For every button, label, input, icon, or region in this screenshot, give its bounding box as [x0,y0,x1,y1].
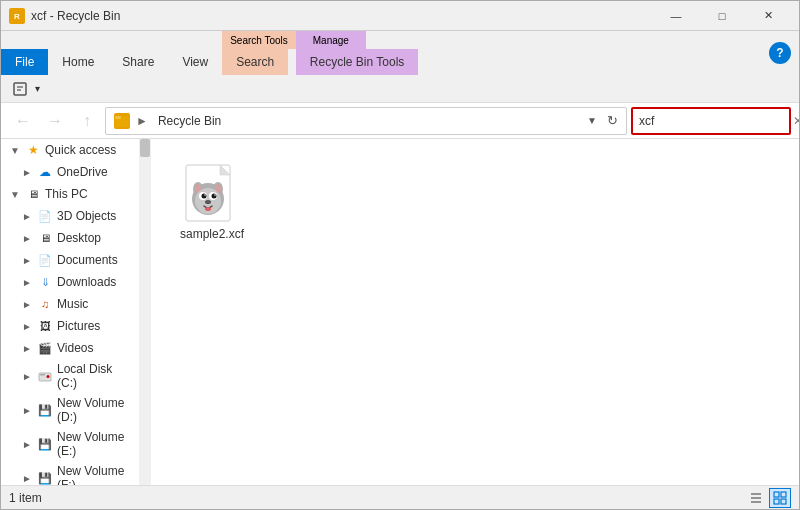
sidebar-label-pictures: Pictures [57,319,100,333]
expand-icon: ► [21,343,33,354]
context-label-row-manage: Manage [296,31,419,49]
tab-recycle-bin-tools[interactable]: Recycle Bin Tools [296,49,419,75]
svg-rect-2 [14,83,26,95]
close-button[interactable]: ✕ [745,1,791,31]
sidebar-scrollbar[interactable] [139,139,151,485]
svg-point-21 [212,194,217,199]
desktop-folder-icon: 🖥 [37,230,53,246]
expand-icon: ▼ [9,189,21,200]
ribbon-tabs-row: File Home Share View Search Tools Search… [1,31,799,75]
expand-icon: ► [21,167,33,178]
sidebar-item-volume-f[interactable]: ► 💾 New Volume (F:) [1,461,139,485]
svg-rect-30 [781,492,786,497]
forward-button[interactable]: → [41,107,69,135]
status-bar: 1 item [1,485,799,509]
sidebar-item-videos[interactable]: ► 🎬 Videos [1,337,139,359]
quick-access-toolbar: ▾ [1,75,799,103]
disk-f-icon: 💾 [37,470,53,485]
tab-home[interactable]: Home [48,49,108,75]
cloud-icon: ☁ [37,164,53,180]
title-bar: R xcf - Recycle Bin — □ ✕ [1,1,799,31]
sidebar-label-downloads: Downloads [57,275,116,289]
back-button[interactable]: ← [9,107,37,135]
documents-icon: 📄 [37,252,53,268]
disk-d-icon: 💾 [37,402,53,418]
sidebar-label-quick-access: Quick access [45,143,116,157]
app-icon: R [9,8,25,24]
qa-properties-button[interactable] [9,78,31,100]
downloads-icon: ⇓ [37,274,53,290]
sidebar-label-documents: Documents [57,253,118,267]
maximize-button[interactable]: □ [699,1,745,31]
details-view-button[interactable] [745,488,767,508]
star-icon: ★ [25,142,41,158]
address-bar[interactable]: ► Recycle Bin ▼ ↻ [105,107,627,135]
svg-rect-29 [774,492,779,497]
pictures-icon: 🖼 [37,318,53,334]
main-area: ▼ ★ Quick access ► ☁ OneDrive ▼ 🖥 This P… [1,139,799,485]
search-box[interactable]: ✕ [631,107,791,135]
svg-point-20 [202,194,207,199]
address-dropdown-arrow[interactable]: ▼ [587,115,597,126]
svg-point-24 [205,200,211,204]
scrollbar-thumb[interactable] [140,139,150,157]
view-buttons [745,488,791,508]
sidebar-item-volume-e[interactable]: ► 💾 New Volume (E:) [1,427,139,461]
tab-file[interactable]: File [1,49,48,75]
minimize-button[interactable]: — [653,1,699,31]
file-icon [182,163,242,223]
search-clear-icon[interactable]: ✕ [793,114,800,128]
file-area: sample2.xcf [151,139,799,485]
sidebar-item-downloads[interactable]: ► ⇓ Downloads [1,271,139,293]
refresh-icon[interactable]: ↻ [607,113,618,128]
sidebar-label-desktop: Desktop [57,231,101,245]
expand-icon: ► [21,371,33,382]
title-bar-left: R xcf - Recycle Bin [9,8,120,24]
expand-icon: ► [21,211,33,222]
navigation-bar: ← → ↑ ► Recycle Bin ▼ ↻ ✕ [1,103,799,139]
sidebar-label-this-pc: This PC [45,187,88,201]
sidebar-label-local-disk-c: Local Disk (C:) [57,362,135,390]
context-group-search: Search Tools Search [222,31,296,75]
sidebar-item-this-pc[interactable]: ▼ 🖥 This PC [1,183,139,205]
context-tabs-search: Search [222,49,296,75]
sidebar-item-desktop[interactable]: ► 🖥 Desktop [1,227,139,249]
context-group-manage: Manage Recycle Bin Tools [296,31,419,75]
sidebar-item-documents[interactable]: ► 📄 Documents [1,249,139,271]
music-icon: ♫ [37,296,53,312]
up-button[interactable]: ↑ [73,107,101,135]
list-item[interactable]: sample2.xcf [167,155,257,249]
sidebar-label-music: Music [57,297,88,311]
svg-point-22 [204,194,206,196]
context-label-manage: Manage [296,31,366,49]
sidebar-item-3d-objects[interactable]: ► 📄 3D Objects [1,205,139,227]
help-button[interactable]: ? [769,42,791,64]
svg-rect-32 [781,499,786,504]
large-icons-view-button[interactable] [769,488,791,508]
address-separator: ► [136,114,148,128]
sidebar-label-3d-objects: 3D Objects [57,209,116,223]
search-input[interactable] [639,114,789,128]
sidebar-item-pictures[interactable]: ► 🖼 Pictures [1,315,139,337]
sidebar-label-volume-f: New Volume (F:) [57,464,135,485]
tab-view[interactable]: View [168,49,222,75]
svg-point-25 [205,207,211,211]
sidebar-label-videos: Videos [57,341,93,355]
videos-icon: 🎬 [37,340,53,356]
address-folder-icon [114,113,130,129]
expand-icon: ► [21,439,33,450]
expand-icon: ► [21,473,33,484]
sidebar-item-volume-d[interactable]: ► 💾 New Volume (D:) [1,393,139,427]
svg-rect-6 [115,116,121,119]
sidebar-label-volume-e: New Volume (E:) [57,430,135,458]
tab-share[interactable]: Share [108,49,168,75]
sidebar-item-onedrive[interactable]: ► ☁ OneDrive [1,161,139,183]
expand-icon: ▼ [9,145,21,156]
tab-search[interactable]: Search [222,49,288,75]
sidebar-item-quick-access[interactable]: ▼ ★ Quick access [1,139,139,161]
sidebar-item-local-disk-c[interactable]: ► Local Disk (C:) [1,359,139,393]
qa-dropdown-arrow[interactable]: ▾ [35,83,40,94]
context-label-row-search: Search Tools [222,31,296,49]
sidebar-item-music[interactable]: ► ♫ Music [1,293,139,315]
expand-icon: ► [21,233,33,244]
